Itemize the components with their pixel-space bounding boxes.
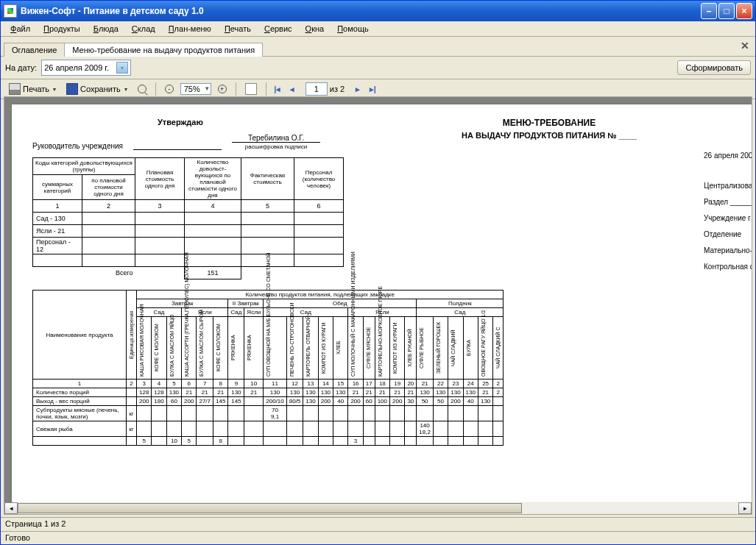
menubar: Файл Продукты Блюда Склад План-меню Печа… [1, 21, 755, 37]
horizontal-scrollbar[interactable]: ◂ ▸ [4, 502, 752, 515]
menu-plan[interactable]: План-меню [162, 23, 218, 35]
col-num: 6 [294, 200, 344, 213]
layout-button[interactable] [241, 81, 261, 97]
signer-name: Теребилина О.Г. [232, 134, 320, 143]
report-page: Утверждаю МЕНЮ-ТРЕБОВАНИЕ НА ВЫДАЧУ ПРОД… [12, 104, 752, 515]
tabs-row: Оглавление Меню-требование на выдачу про… [1, 37, 755, 57]
menu-help[interactable]: Помощь [331, 23, 375, 35]
doc-title: МЕНЮ-ТРЕБОВАНИЕ [409, 118, 689, 128]
th: Количество довольст-вующихся по плановой… [185, 158, 241, 200]
print-label: Печать [23, 85, 49, 93]
th: Фактическая стоимость [241, 158, 294, 200]
separator [266, 82, 266, 96]
status-ready: Готово [1, 532, 755, 544]
chevron-down-icon: ▾ [53, 86, 56, 93]
th: суммарных категорий [33, 175, 82, 200]
head-label: Руководитель учреждения [32, 142, 123, 150]
page-indicator: из 2 [301, 82, 349, 96]
print-button[interactable]: Печать▾ [5, 81, 60, 97]
zoom-out-button[interactable]: - [161, 82, 177, 96]
zoom-out-icon: - [165, 85, 174, 93]
col-num: 3 [135, 200, 185, 213]
date-dropdown-icon[interactable]: ▾ [116, 62, 128, 74]
page-icon [245, 83, 257, 95]
menu-stock[interactable]: Склад [125, 23, 162, 35]
first-page-button[interactable]: |◂ [272, 83, 283, 95]
meta-line: Раздел ______ [704, 194, 752, 210]
tab-contents[interactable]: Оглавление [4, 43, 65, 57]
page-input[interactable] [305, 82, 328, 96]
col-num: 2 [82, 200, 135, 213]
th: Персонал (количество человек) [294, 158, 344, 200]
save-label: Сохранить [80, 85, 121, 93]
separator [236, 82, 236, 96]
th: Плановая стоимость одного дня [135, 158, 185, 200]
zoom-in-button[interactable]: + [214, 82, 230, 96]
chevron-down-icon: ▾ [124, 86, 127, 93]
print-icon [9, 83, 21, 95]
col-num: 4 [185, 200, 241, 213]
statusbar: Страница 1 из 2 Готово [1, 517, 755, 544]
last-page-button[interactable]: ▸| [367, 83, 378, 95]
tab-close-icon[interactable]: ✕ [741, 40, 749, 51]
menu-print[interactable]: Печать [218, 23, 258, 35]
page-of: из 2 [330, 85, 345, 93]
search-icon [138, 85, 146, 93]
next-page-button[interactable]: ▸ [352, 83, 364, 95]
th: по плановой стоимости одного дня [82, 175, 135, 200]
signature-line [133, 139, 222, 150]
meta-line: Материально-от [704, 243, 752, 259]
cat-row: Ясли - 21 [33, 225, 82, 238]
col-num: 5 [241, 200, 294, 213]
zoom-select[interactable]: 75% [180, 83, 211, 95]
close-button[interactable]: × [736, 3, 752, 19]
app-window: Вижен-Софт - Питание в детском саду 1.0 … [0, 0, 756, 545]
zoom-in-icon: + [218, 85, 227, 93]
menu-dishes[interactable]: Блюда [87, 23, 125, 35]
total-value: 151 [185, 267, 241, 279]
meta-line: Контрольная су [704, 259, 752, 275]
signer-sub: расшифровка подписи [232, 143, 320, 150]
cat-row: Сад - 130 [33, 213, 82, 225]
doc-date: 26 апреля 2009 [704, 152, 752, 160]
doc-meta: Централизован Раздел ______ Учреждение г… [704, 178, 752, 275]
window-title: Вижен-Софт - Питание в детском саду 1.0 [21, 6, 701, 16]
scroll-thumb[interactable] [18, 503, 522, 513]
cat-row: Персонал - 12 [33, 238, 82, 254]
status-page: Страница 1 из 2 [1, 518, 755, 532]
menu-service[interactable]: Сервис [258, 23, 299, 35]
scroll-track[interactable] [18, 503, 738, 513]
app-icon [4, 4, 17, 18]
date-value: 26 апреля 2009 г. [44, 63, 109, 72]
tab-menu-req[interactable]: Меню-требование на выдачу продуктов пита… [64, 43, 263, 57]
menu-windows[interactable]: Окна [299, 23, 331, 35]
meta-line: Отделение [704, 227, 752, 243]
generate-button[interactable]: Сформировать [677, 60, 751, 75]
scroll-right-button[interactable]: ▸ [738, 502, 752, 514]
minimize-button[interactable]: – [701, 3, 717, 19]
products-table: Наименование продуктаЕдиница измеренияКо… [32, 290, 504, 446]
prev-page-button[interactable]: ◂ [286, 83, 298, 95]
date-picker[interactable]: 26 апреля 2009 г. ▾ [41, 60, 131, 76]
maximize-button[interactable]: □ [718, 3, 735, 19]
separator [155, 82, 156, 96]
doc-subtitle: НА ВЫДАЧУ ПРОДУКТОВ ПИТАНИЯ № ____ [409, 131, 689, 140]
th: Коды категорий довольствующихся (группы) [33, 158, 135, 175]
save-icon [66, 83, 78, 95]
col-num: 1 [33, 200, 82, 213]
meta-line: Централизован [704, 178, 752, 194]
meta-line: Учреждение г [704, 210, 752, 227]
find-button[interactable] [134, 82, 150, 96]
report-viewer[interactable]: Утверждаю МЕНЮ-ТРЕБОВАНИЕ НА ВЫДАЧУ ПРОД… [4, 96, 752, 515]
date-toolbar: На дату: 26 апреля 2009 г. ▾ Сформироват… [1, 57, 755, 79]
menu-file[interactable]: Файл [4, 23, 37, 35]
date-label: На дату: [5, 63, 37, 72]
scroll-left-button[interactable]: ◂ [4, 502, 18, 514]
menu-products[interactable]: Продукты [37, 23, 87, 35]
titlebar: Вижен-Софт - Питание в детском саду 1.0 … [1, 1, 755, 21]
total-label: Всего [33, 267, 135, 279]
save-button[interactable]: Сохранить▾ [63, 81, 131, 97]
